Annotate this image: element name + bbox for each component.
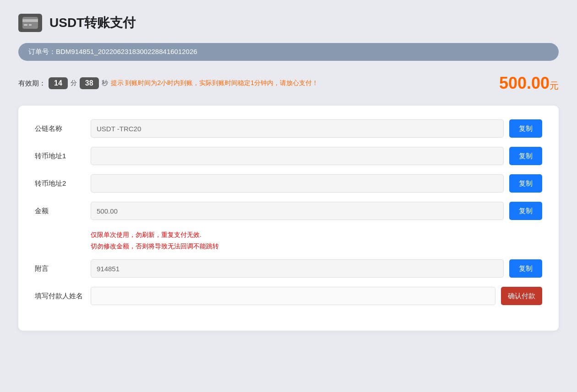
- amount-input: [91, 202, 504, 220]
- warning-block: 仅限单次使用，勿刷新，重复支付无效. 切勿修改金额，否则将导致无法回调不能跳转: [91, 229, 542, 252]
- amount-row: 金额 复制: [35, 202, 542, 220]
- svg-rect-0: [22, 17, 38, 29]
- memo-label: 附言: [35, 264, 85, 273]
- address1-copy-button[interactable]: 复制: [509, 147, 542, 165]
- memo-copy-button[interactable]: 复制: [509, 259, 542, 278]
- amount-value: 500.00: [499, 74, 550, 92]
- memo-row: 附言 复制: [35, 259, 542, 278]
- timer-seconds-unit: 秒: [102, 79, 108, 87]
- page-title: USDT转账支付: [49, 14, 136, 32]
- timer-label: 有效期：: [18, 79, 46, 88]
- amount-copy-button[interactable]: 复制: [509, 202, 542, 220]
- address1-row: 转币地址1 复制: [35, 147, 542, 165]
- order-label: 订单号：: [28, 48, 56, 55]
- chain-row: 公链名称 复制: [35, 119, 542, 138]
- payment-card: 公链名称 复制 转币地址1 复制 转币地址2 复制 金额 复制 仅限单次使用，勿…: [18, 106, 559, 331]
- timer-minutes-badge: 14: [49, 77, 68, 89]
- chain-input: [91, 119, 504, 138]
- timer-row: 有效期： 14 分 38 秒 提示 到账时间为2小时内到账，实际到账时间稳定1分…: [18, 74, 559, 93]
- warning-line1: 仅限单次使用，勿刷新，重复支付无效.: [91, 229, 542, 241]
- amount-unit: 元: [550, 81, 559, 91]
- payment-icon: [18, 14, 42, 32]
- timer-minutes-unit: 分: [71, 79, 77, 87]
- address1-input: [91, 147, 504, 165]
- payer-label: 填写付款人姓名: [35, 292, 85, 301]
- chain-label: 公链名称: [35, 124, 85, 133]
- svg-rect-3: [29, 24, 32, 26]
- address2-row: 转币地址2 复制: [35, 174, 542, 193]
- amount-display-area: 500.00元: [499, 74, 559, 93]
- svg-rect-1: [22, 19, 38, 22]
- timer-seconds-badge: 38: [80, 77, 99, 89]
- amount-label: 金额: [35, 207, 85, 215]
- warning-line2: 切勿修改金额，否则将导致无法回调不能跳转: [91, 241, 542, 252]
- address2-copy-button[interactable]: 复制: [509, 174, 542, 193]
- address2-label: 转币地址2: [35, 179, 85, 188]
- payer-input[interactable]: [91, 287, 495, 305]
- svg-rect-2: [24, 24, 27, 26]
- confirm-button[interactable]: 确认付款: [501, 287, 542, 305]
- page-header: USDT转账支付: [18, 14, 559, 32]
- memo-input: [91, 259, 504, 278]
- order-bar: 订单号：BDM914851_20220623183002288416012026: [18, 43, 559, 61]
- address1-label: 转币地址1: [35, 152, 85, 161]
- address2-input: [91, 174, 504, 193]
- chain-copy-button[interactable]: 复制: [509, 119, 542, 138]
- order-number: BDM914851_20220623183002288416012026: [56, 48, 197, 55]
- payer-row: 填写付款人姓名 确认付款: [35, 287, 542, 305]
- timer-left: 有效期： 14 分 38 秒 提示 到账时间为2小时内到账，实际到账时间稳定1分…: [18, 77, 318, 89]
- timer-hint: 提示 到账时间为2小时内到账，实际到账时间稳定1分钟内，请放心支付！: [111, 79, 318, 87]
